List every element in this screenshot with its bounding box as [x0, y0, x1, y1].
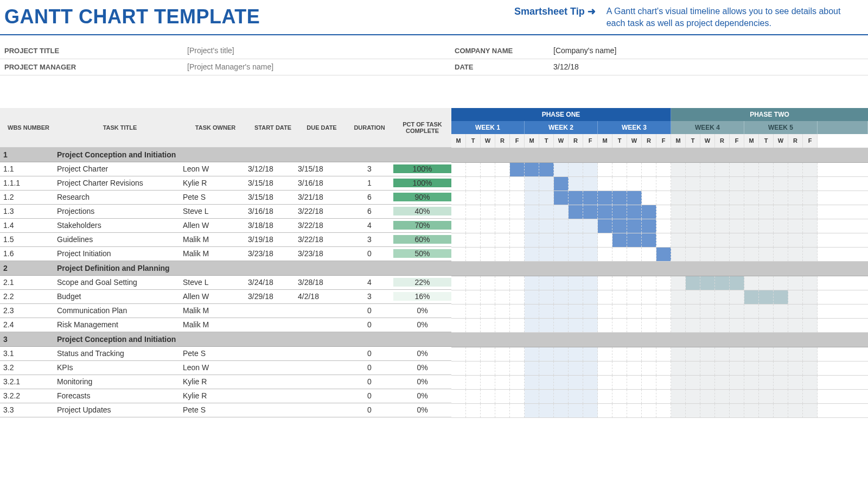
cell-duration[interactable]: 0 [346, 249, 393, 258]
meta-value[interactable]: [Company's name] [553, 46, 616, 55]
cell-owner[interactable]: Pete S [183, 405, 248, 414]
cell-pct[interactable]: 90% [393, 193, 451, 201]
cell-due[interactable]: 3/16/18 [298, 179, 346, 187]
cell-wbs[interactable]: 2.4 [0, 320, 57, 329]
cell-due[interactable]: 3/21/18 [298, 193, 346, 201]
cell-start[interactable]: 3/16/18 [248, 207, 298, 215]
cell-start[interactable]: 3/18/18 [248, 221, 298, 230]
cell-wbs[interactable]: 1.6 [0, 249, 57, 258]
task-row[interactable]: 2.1Scope and Goal SettingSteve L3/24/183… [0, 276, 451, 290]
cell-wbs[interactable]: 3.2.1 [0, 377, 57, 386]
cell-due[interactable]: 4/2/18 [298, 292, 346, 301]
cell-wbs[interactable]: 1.3 [0, 207, 57, 215]
cell-start[interactable]: 3/29/18 [248, 292, 298, 301]
cell-wbs[interactable]: 1.1 [0, 164, 57, 173]
task-row[interactable]: 3.2KPIsLeon W00% [0, 361, 451, 375]
cell-due[interactable]: 3/22/18 [298, 235, 346, 244]
cell-pct[interactable]: 50% [393, 249, 451, 258]
task-row[interactable]: 1.4StakeholdersAllen W3/18/183/22/18470% [0, 219, 451, 233]
cell-title[interactable]: Stakeholders [57, 221, 183, 230]
cell-wbs[interactable]: 2.3 [0, 306, 57, 315]
cell-duration[interactable]: 6 [346, 207, 393, 215]
cell-duration[interactable]: 4 [346, 278, 393, 287]
cell-start[interactable]: 3/23/18 [248, 249, 298, 258]
cell-title[interactable]: Scope and Goal Setting [57, 278, 183, 287]
task-row[interactable]: 1.5GuidelinesMalik M3/19/183/22/18360% [0, 233, 451, 247]
cell-title[interactable]: Guidelines [57, 235, 183, 244]
cell-due[interactable]: 3/22/18 [298, 207, 346, 215]
cell-duration[interactable]: 0 [346, 320, 393, 329]
cell-pct[interactable]: 60% [393, 235, 451, 244]
cell-pct[interactable]: 0% [393, 349, 451, 358]
cell-start[interactable]: 3/15/18 [248, 179, 298, 187]
cell-pct[interactable]: 40% [393, 207, 451, 215]
cell-duration[interactable]: 3 [346, 164, 393, 173]
cell-duration[interactable]: 0 [346, 377, 393, 386]
task-row[interactable]: 2.3Communication PlanMalik M00% [0, 304, 451, 318]
task-row[interactable]: 3.2.2ForecastsKylie R00% [0, 389, 451, 403]
cell-duration[interactable]: 0 [346, 363, 393, 372]
task-row[interactable]: 2.4Risk ManagementMalik M00% [0, 318, 451, 332]
meta-value[interactable]: [Project's title] [187, 46, 234, 55]
cell-due[interactable]: 3/15/18 [298, 164, 346, 173]
cell-title[interactable]: Risk Management [57, 320, 183, 329]
task-row[interactable]: 3.2.1MonitoringKylie R00% [0, 375, 451, 389]
cell-title[interactable]: Project Charter [57, 164, 183, 173]
cell-owner[interactable]: Malik M [183, 306, 248, 315]
cell-wbs[interactable]: 1.5 [0, 235, 57, 244]
cell-owner[interactable]: Malik M [183, 249, 248, 258]
cell-duration[interactable]: 3 [346, 292, 393, 301]
cell-duration[interactable]: 1 [346, 179, 393, 187]
cell-title[interactable]: Status and Tracking [57, 349, 183, 358]
cell-pct[interactable]: 0% [393, 377, 451, 386]
cell-due[interactable]: 3/28/18 [298, 278, 346, 287]
cell-title[interactable]: Project Updates [57, 405, 183, 414]
cell-owner[interactable]: Pete S [183, 193, 248, 201]
cell-title[interactable]: Budget [57, 292, 183, 301]
meta-value[interactable]: 3/12/18 [553, 62, 579, 71]
cell-pct[interactable]: 70% [393, 221, 451, 230]
cell-duration[interactable]: 0 [346, 405, 393, 414]
cell-wbs[interactable]: 3.3 [0, 405, 57, 414]
cell-owner[interactable]: Malik M [183, 320, 248, 329]
task-row[interactable]: 3.3Project UpdatesPete S00% [0, 403, 451, 417]
task-row[interactable]: 1.6Project InitiationMalik M3/23/183/23/… [0, 247, 451, 261]
cell-title[interactable]: Research [57, 193, 183, 201]
cell-pct[interactable]: 0% [393, 306, 451, 315]
cell-duration[interactable]: 4 [346, 221, 393, 230]
cell-duration[interactable]: 3 [346, 235, 393, 244]
cell-wbs[interactable]: 3.2 [0, 363, 57, 372]
cell-owner[interactable]: Kylie R [183, 391, 248, 400]
cell-owner[interactable]: Kylie R [183, 179, 248, 187]
cell-pct[interactable]: 16% [393, 292, 451, 301]
cell-pct[interactable]: 0% [393, 320, 451, 329]
task-row[interactable]: 2.2BudgetAllen W3/29/184/2/18316% [0, 290, 451, 304]
cell-owner[interactable]: Steve L [183, 207, 248, 215]
cell-owner[interactable]: Kylie R [183, 377, 248, 386]
cell-owner[interactable]: Leon W [183, 164, 248, 173]
cell-owner[interactable]: Allen W [183, 221, 248, 230]
cell-pct[interactable]: 22% [393, 278, 451, 287]
task-row[interactable]: 1.3ProjectionsSteve L3/16/183/22/18640% [0, 205, 451, 219]
cell-pct[interactable]: 0% [393, 405, 451, 414]
cell-duration[interactable]: 0 [346, 349, 393, 358]
cell-start[interactable]: 3/12/18 [248, 164, 298, 173]
cell-duration[interactable]: 6 [346, 193, 393, 201]
cell-wbs[interactable]: 3.1 [0, 349, 57, 358]
cell-wbs[interactable]: 1.4 [0, 221, 57, 230]
cell-wbs[interactable]: 2.1 [0, 278, 57, 287]
cell-wbs[interactable]: 2.2 [0, 292, 57, 301]
cell-wbs[interactable]: 1.1.1 [0, 179, 57, 187]
cell-title[interactable]: Communication Plan [57, 306, 183, 315]
cell-owner[interactable]: Steve L [183, 278, 248, 287]
cell-wbs[interactable]: 1.2 [0, 193, 57, 201]
cell-pct[interactable]: 100% [393, 164, 451, 173]
cell-title[interactable]: Project Charter Revisions [57, 179, 183, 187]
task-row[interactable]: 3.1Status and TrackingPete S00% [0, 347, 451, 361]
task-row[interactable]: 1.2ResearchPete S3/15/183/21/18690% [0, 191, 451, 205]
cell-start[interactable]: 3/19/18 [248, 235, 298, 244]
task-row[interactable]: 1.1Project CharterLeon W3/12/183/15/1831… [0, 162, 451, 176]
meta-value[interactable]: [Project Manager's name] [187, 62, 273, 71]
cell-title[interactable]: KPIs [57, 363, 183, 372]
cell-title[interactable]: Project Initiation [57, 249, 183, 258]
